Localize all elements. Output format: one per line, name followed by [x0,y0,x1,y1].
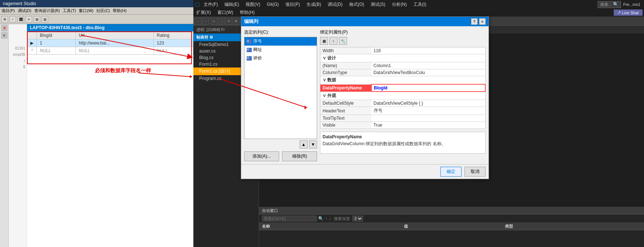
prop-value-width[interactable]: 118 [371,47,486,54]
vs-menu-window[interactable]: 窗口(W) [216,9,235,16]
props-sort-icon[interactable]: ↕ [329,37,338,45]
toolbar-icon-1[interactable]: ⚙ [1,16,8,23]
table-row-indicator-header [27,32,37,39]
vs-menu-file[interactable]: 文件(F) [202,1,219,8]
toolbar-icon-2[interactable]: ! [9,16,16,23]
ssms-table-area: LAPTOP-83HNT435.test3 - dbo.Blog BlogId … [27,24,193,247]
prop-label-visible: Visible [320,122,371,129]
prop-row-name: (Name) Column1 [320,62,486,69]
pin-icon[interactable]: 📌 [1,25,8,31]
vs-menu-git[interactable]: Git(G) [265,1,280,8]
prop-row-datapropertyname[interactable]: DataPropertyName BlogId [320,84,486,92]
vs-nav-up-icon[interactable]: ↑ [325,216,327,221]
vs-toolbar-nav-back[interactable]: ← [195,18,201,24]
vs-toolbar-icon-4[interactable]: ⚙ [233,18,239,24]
bind-props-label: 绑定列属性(P) [320,29,486,35]
line-number-empdb: empDB [9,52,27,57]
prop-description-box: DataPropertyName DataGridViewColumn 绑定到的… [320,132,486,154]
prop-label-tooltiptext: ToolTipText [320,115,371,122]
ssms-menu-tools[interactable]: 工具(T) [63,8,76,13]
toolbar-icon-5[interactable]: ▤ [34,16,40,23]
vs-progress-text: 进程: [21868] Fr [196,27,225,32]
auto-col-name: 名称 [259,223,401,230]
search-icon: 🔍 [613,2,618,7]
cell-url-null[interactable]: NULL [76,47,154,55]
table-row[interactable]: ▶ 1 http://www.bai... 123 [27,39,193,47]
auto-col-value: 值 [401,223,502,230]
vs-search-box[interactable]: 搜索... 🔍 [598,1,621,8]
prop-description-title: DataPropertyName [323,134,483,139]
vs-menu-extend[interactable]: 扩展(X) [195,9,212,16]
dialog-title: 编辑列 [244,18,258,25]
toolbar-icon-3[interactable]: ⬛ [18,16,24,23]
prop-value-columntype[interactable]: DataGridViewTextBoxColu [371,69,486,76]
vs-auto-header: 自动窗口 [259,207,644,215]
table-header-blogid: BlogId [37,32,76,39]
ssms-menu-query[interactable]: 查询设计器(R) [34,8,60,13]
ssms-titlebar: nagement Studio [0,0,193,7]
vs-toolbar-icon-1[interactable]: ▷ [211,18,217,24]
table-row-null[interactable]: * NULL NULL NULL [27,47,193,55]
vs-toolbar-nav-forward[interactable]: → [202,18,209,24]
prop-value-defaultcellstyle[interactable]: DataGridViewCellStyle { } [371,100,486,107]
prop-value-headertext[interactable]: 序号 [371,107,486,115]
vs-menubar-2: 扩展(X) 窗口(W) 帮助(H) ↗ Live Shar [193,9,644,17]
listitem-rating[interactable]: 田 评价 [244,54,317,62]
vs-auto-window: 自动窗口 🔍 ↑ ↓ 搜索深度: 3 [259,207,644,247]
cell-blogid-null[interactable]: NULL [37,47,76,55]
vs-toolbar-icon-2[interactable]: ⬛ [218,18,225,24]
vs-menu-tools[interactable]: 工具(I) [412,1,428,8]
listitem-seqno[interactable]: 田 序号 [244,37,317,46]
vs-menu-edit[interactable]: 编辑(E) [223,1,240,8]
prop-row-headertext: HeaderText 序号 [320,107,486,115]
vs-nav-down-icon[interactable]: ↓ [329,216,331,221]
ssms-menu-window[interactable]: 窗口(W) [79,8,93,13]
line-number-g: g [9,64,27,69]
ssms-menu-community[interactable]: 社区(C) [96,8,110,13]
prop-value-name[interactable]: Column1 [371,62,486,69]
live-share-icon: ↗ [617,10,621,15]
section-header-appearance: ∨ 外观 [320,92,486,100]
vs-search-input[interactable] [262,216,317,221]
cell-rating-1[interactable]: 123 [154,39,193,47]
ssms-menu-help[interactable]: 帮助(H) [113,8,126,13]
vs-toolbar-icon-3[interactable]: ↺ [225,18,232,24]
dialog-cancel-button[interactable]: 取消 [464,167,486,177]
vs-menu-view[interactable]: 视图(V) [244,1,262,8]
props-grid-icon[interactable]: ▦ [320,37,328,45]
prop-value-visible[interactable]: True [371,122,486,129]
prop-value-tooltiptext[interactable] [371,115,486,122]
props-wrench-icon[interactable]: 🔧 [339,37,347,45]
vs-menu-debug[interactable]: 调试(D) [326,1,344,8]
dialog-bind-props: 绑定列属性(P) ▦ ↕ 🔧 Width 118 [320,29,486,161]
cell-blogid-1[interactable]: 1 [37,39,76,47]
chevron-down-icon: ∨ [323,55,326,61]
add-column-button[interactable]: 添加(A)... [244,151,279,161]
dialog-close-button[interactable]: × [479,18,486,25]
move-down-button[interactable]: ▼ [309,140,317,148]
remove-column-button[interactable]: 移除(R) [282,151,317,161]
vs-menu-build[interactable]: 生成(B) [305,1,323,8]
search-depth-select[interactable]: 3 [352,216,363,221]
vs-menu-help[interactable]: 帮助(H) [238,9,256,16]
line-number-r: r [9,58,27,63]
section-header-data: ∨ 数据 [320,76,486,85]
cell-url-1[interactable]: http://www.bai... [76,39,154,47]
vs-menu-project[interactable]: 项目(P) [284,1,301,8]
live-share-button[interactable]: ↗ Live Shar [614,9,643,16]
listitem-url[interactable]: 田 网址 [244,46,317,54]
prop-value-datapropertyname[interactable]: BlogId [371,84,486,92]
toolbar-icon-4[interactable]: ≡ [26,16,32,23]
cell-rating-null[interactable]: NULL [154,47,193,55]
vs-menu-test[interactable]: 测试(S) [369,1,387,8]
dialog-help-button[interactable]: ? [471,18,478,25]
dialog-list-buttons: 添加(A)... 移除(R) [244,151,317,161]
vs-menu-format[interactable]: 格式(O) [348,1,366,8]
ssms-menu-project[interactable]: 项目(P) [1,8,15,13]
move-up-button[interactable]: ▲ [300,140,308,148]
toolbar-icon-6[interactable]: ▥ [42,16,48,23]
ssms-menu-debug[interactable]: 调试(D) [18,8,31,13]
vs-menu-analyze[interactable]: 分析(N) [390,1,408,8]
close-icon[interactable]: ✕ [1,32,8,39]
dialog-ok-button[interactable]: 确定 [440,167,462,177]
